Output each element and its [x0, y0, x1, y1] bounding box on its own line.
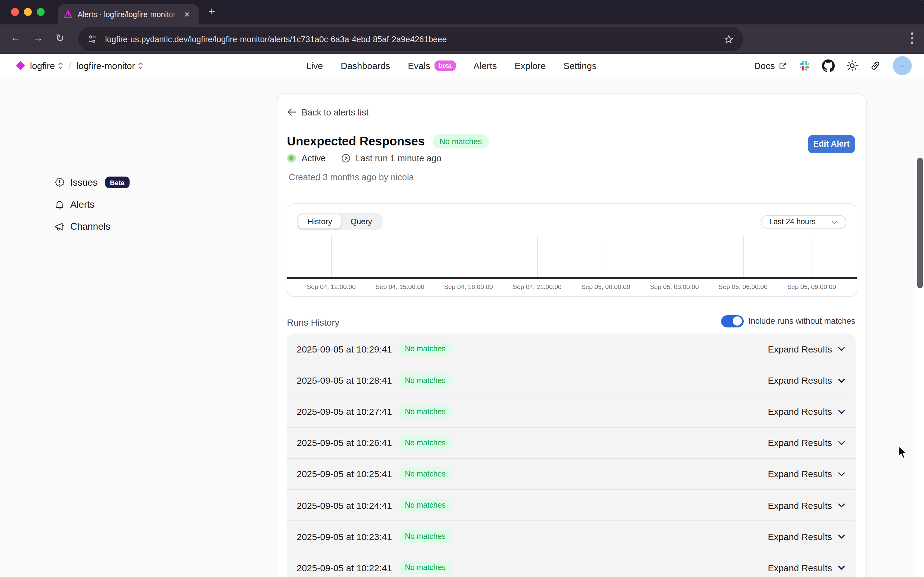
chevron-down-icon: [837, 409, 845, 414]
toggle-label: Include runs without matches: [748, 316, 855, 326]
run-timestamp: 2025-09-05 at 10:27:41: [297, 406, 392, 417]
docs-link[interactable]: Docs: [754, 60, 787, 71]
no-matches-badge: No matches: [399, 437, 452, 449]
runs-history-list: 2025-09-05 at 10:29:41No matchesExpand R…: [286, 333, 855, 577]
main-nav: LiveDashboardsEvalsbetaAlertsExploreSett…: [306, 54, 597, 77]
edit-alert-button[interactable]: Edit Alert: [808, 135, 855, 153]
nav-item-dashboards[interactable]: Dashboards: [341, 60, 390, 71]
share-link-icon[interactable]: [869, 60, 881, 71]
runs-history-heading: Runs History: [287, 317, 339, 327]
run-row: 2025-09-05 at 10:26:41No matchesExpand R…: [286, 427, 855, 458]
chart-gridline: [606, 235, 606, 277]
chevron-down-icon: [837, 534, 845, 539]
back-icon[interactable]: ←: [10, 32, 21, 44]
browser-tab[interactable]: Alerts · logfire/logfire-monitor ✕: [58, 4, 198, 24]
expand-results-button[interactable]: Expand Results: [768, 438, 845, 448]
project-selector[interactable]: logfire-monitor: [76, 60, 143, 71]
run-timestamp: 2025-09-05 at 10:28:41: [297, 375, 392, 385]
chevron-down-icon: [831, 220, 837, 224]
chart-tick-label: Sep 05, 03:00:00: [650, 282, 699, 290]
created-by-label: Created 3 months ago by nicola: [289, 172, 414, 182]
chart-gridline: [537, 235, 538, 277]
tab-title: Alerts · logfire/logfire-monitor: [77, 10, 180, 19]
url-text[interactable]: logfire-us.pydantic.dev/logfire/logfire-…: [105, 34, 447, 44]
page-content: Issues Beta Alerts Channels: [0, 78, 924, 577]
expand-results-button[interactable]: Expand Results: [768, 562, 845, 573]
mouse-cursor: [897, 445, 909, 461]
tab-history[interactable]: History: [298, 214, 341, 229]
nav-item-settings[interactable]: Settings: [563, 60, 597, 71]
run-row: 2025-09-05 at 10:24:41No matchesExpand R…: [286, 489, 855, 521]
reload-icon[interactable]: ↻: [56, 32, 65, 45]
app-navbar: logfire / logfire-monitor LiveDashboards…: [0, 54, 924, 78]
expand-results-button[interactable]: Expand Results: [768, 531, 845, 542]
org-selector[interactable]: logfire: [30, 60, 63, 71]
run-row: 2025-09-05 at 10:22:41No matchesExpand R…: [286, 552, 855, 577]
include-runs-toggle-row: Include runs without matches: [721, 315, 855, 327]
chart-gridline: [743, 235, 744, 277]
window-controls[interactable]: [11, 8, 45, 16]
run-row: 2025-09-05 at 10:29:41No matchesExpand R…: [286, 333, 855, 364]
bookmark-star-icon[interactable]: [724, 34, 734, 44]
slack-icon[interactable]: [799, 60, 810, 71]
bell-icon: [55, 199, 65, 210]
chevron-down-icon: [837, 378, 845, 383]
close-tab-icon[interactable]: ✕: [184, 10, 190, 19]
minimize-window-button[interactable]: [24, 8, 32, 16]
run-timestamp: 2025-09-05 at 10:24:41: [297, 500, 392, 511]
nav-item-evals[interactable]: Evalsbeta: [408, 60, 456, 71]
address-bar[interactable]: logfire-us.pydantic.dev/logfire/logfire-…: [78, 27, 743, 51]
scrollbar-track[interactable]: [916, 156, 924, 577]
chart-gridline: [674, 235, 675, 277]
theme-sun-icon[interactable]: [847, 60, 858, 71]
alert-title: Unexpected Responses: [287, 134, 425, 148]
arrow-left-icon: [287, 108, 296, 116]
user-avatar[interactable]: -: [893, 56, 912, 75]
chart-tick-label: Sep 04, 12:00:00: [307, 282, 356, 290]
run-timestamp: 2025-09-05 at 10:29:41: [297, 343, 392, 354]
nav-utilities: Docs: [754, 54, 912, 77]
forward-icon[interactable]: →: [33, 32, 43, 44]
close-window-button[interactable]: [11, 8, 19, 16]
history-query-tabs: History Query: [297, 213, 383, 230]
new-tab-button[interactable]: +: [208, 5, 215, 18]
expand-results-button[interactable]: Expand Results: [768, 500, 845, 511]
expand-results-button[interactable]: Expand Results: [768, 343, 845, 354]
time-range-select[interactable]: Last 24 hours: [761, 215, 847, 229]
github-icon[interactable]: [822, 59, 835, 72]
chart-tick-label: Sep 04, 21:00:00: [513, 282, 561, 290]
status-label: Active: [302, 153, 326, 163]
run-row: 2025-09-05 at 10:25:41No matchesExpand R…: [286, 458, 855, 489]
alert-circle-icon: [55, 177, 65, 187]
scrollbar-thumb[interactable]: [917, 157, 922, 288]
chart-tick-label: Sep 05, 09:00:00: [787, 282, 836, 290]
site-settings-icon[interactable]: [87, 34, 97, 44]
zoom-window-button[interactable]: [37, 8, 45, 16]
sidebar-item-issues[interactable]: Issues Beta: [55, 176, 129, 189]
sidebar-item-channels[interactable]: Channels: [55, 220, 110, 234]
no-matches-badge: No matches: [399, 561, 452, 574]
history-card: History Query Last 24 hours Sep 04, 12:0…: [286, 203, 857, 297]
browser-menu-icon[interactable]: [911, 32, 913, 44]
expand-results-button[interactable]: Expand Results: [768, 406, 845, 417]
tab-query[interactable]: Query: [341, 214, 381, 229]
nav-item-explore[interactable]: Explore: [514, 60, 546, 71]
nav-item-alerts[interactable]: Alerts: [473, 60, 497, 71]
last-run-label: Last run 1 minute ago: [356, 153, 442, 163]
beta-badge: beta: [434, 60, 456, 71]
run-row: 2025-09-05 at 10:23:41No matchesExpand R…: [286, 521, 855, 552]
no-matches-badge: No matches: [399, 530, 452, 543]
include-runs-toggle[interactable]: [721, 315, 743, 327]
browser-window: Alerts · logfire/logfire-monitor ✕ + ← →…: [0, 0, 924, 577]
expand-results-button[interactable]: Expand Results: [768, 469, 845, 479]
chart-gridline: [331, 235, 332, 277]
logfire-logo-icon: [16, 61, 25, 70]
sidebar-item-alerts[interactable]: Alerts: [55, 198, 94, 211]
back-to-alerts-link[interactable]: Back to alerts list: [287, 107, 369, 117]
expand-results-button[interactable]: Expand Results: [768, 375, 845, 385]
nav-item-live[interactable]: Live: [306, 60, 323, 71]
run-row: 2025-09-05 at 10:28:41No matchesExpand R…: [286, 364, 855, 396]
run-timestamp: 2025-09-05 at 10:25:41: [297, 469, 392, 479]
logfire-favicon-icon: [64, 10, 73, 19]
run-timestamp: 2025-09-05 at 10:23:41: [297, 531, 392, 542]
